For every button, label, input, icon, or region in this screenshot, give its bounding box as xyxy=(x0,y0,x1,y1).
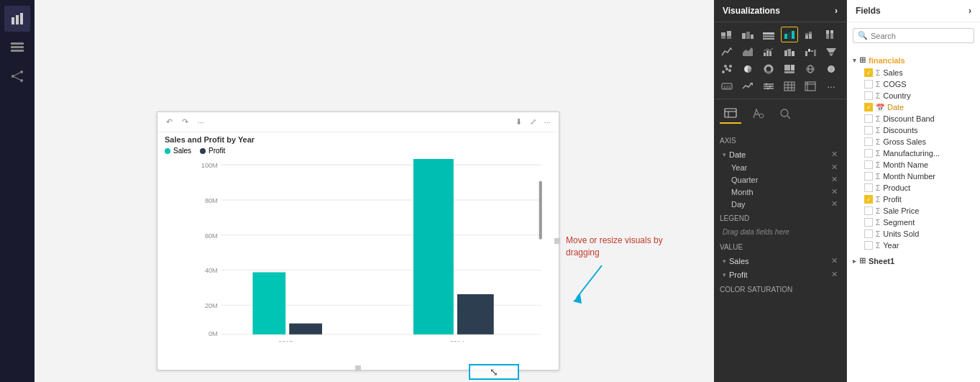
viz-ribbon[interactable] xyxy=(781,44,798,60)
field-row-profit[interactable]: ΣProfit xyxy=(847,194,980,205)
viz-matrix[interactable] xyxy=(802,78,819,94)
value-profit-remove[interactable]: ✕ xyxy=(831,270,838,279)
checkbox-month-name[interactable] xyxy=(864,160,873,169)
field-row-discount-band[interactable]: ΣDiscount Band xyxy=(847,113,980,124)
date-year-remove[interactable]: ✕ xyxy=(831,163,838,172)
viz-funnel[interactable] xyxy=(823,44,840,60)
checkbox-discount-band[interactable] xyxy=(864,114,873,123)
viz-line-col[interactable] xyxy=(760,44,777,60)
viz-donut[interactable] xyxy=(760,61,777,77)
date-month-remove[interactable]: ✕ xyxy=(831,187,838,196)
checkbox-product[interactable] xyxy=(864,183,873,192)
fields-panel-expand[interactable]: › xyxy=(968,6,971,16)
viz-format-tab[interactable] xyxy=(747,104,769,124)
chart-focus-icon[interactable]: ⬇ xyxy=(513,117,524,128)
field-row-month-number[interactable]: ΣMonth Number xyxy=(847,170,980,182)
viz-stacked-col[interactable] xyxy=(802,27,819,42)
checkbox-year[interactable] xyxy=(864,241,873,250)
field-row-product[interactable]: ΣProduct xyxy=(847,182,980,194)
checkbox-segment[interactable] xyxy=(864,218,873,227)
field-name-label: Segment xyxy=(883,218,974,227)
viz-clustered-bar[interactable] xyxy=(739,27,756,42)
chart-visual[interactable]: ↶ ↷ ··· ⬇ ⤢ ··· Sales and Profit by Year… xyxy=(157,112,559,370)
viz-clustered-col[interactable] xyxy=(781,27,798,42)
viz-slicer[interactable] xyxy=(760,78,777,94)
fields-search-input[interactable] xyxy=(871,32,970,40)
field-row-discounts[interactable]: ΣDiscounts xyxy=(847,124,980,136)
viz-more[interactable]: ··· xyxy=(823,78,840,94)
chart-expand-icon[interactable]: ⤢ xyxy=(527,117,539,128)
date-day-remove[interactable]: ✕ xyxy=(831,199,838,209)
viz-area[interactable] xyxy=(739,44,756,60)
date-quarter-remove[interactable]: ✕ xyxy=(831,175,838,184)
checkbox-discounts[interactable] xyxy=(864,126,873,135)
checkbox-units-sold[interactable] xyxy=(864,229,873,238)
field-type-icon: Σ xyxy=(876,230,880,238)
resize-selection-box[interactable]: ⤡ xyxy=(469,364,519,380)
sidebar-report-icon[interactable] xyxy=(4,6,30,32)
checkbox-country[interactable] xyxy=(864,91,873,100)
field-row-cogs[interactable]: ΣCOGS xyxy=(847,78,980,90)
viz-100pct-bar[interactable] xyxy=(760,27,777,42)
viz-table[interactable] xyxy=(781,78,798,94)
checkbox-profit[interactable] xyxy=(864,195,873,204)
viz-fields-tab[interactable] xyxy=(720,104,741,124)
svg-rect-32 xyxy=(721,32,725,36)
viz-card[interactable]: 123 xyxy=(718,78,736,94)
svg-rect-5 xyxy=(11,50,24,52)
checkbox-date[interactable] xyxy=(864,103,873,112)
svg-rect-77 xyxy=(784,71,794,73)
viz-panel-expand[interactable]: › xyxy=(835,6,838,16)
checkbox-gross-sales[interactable] xyxy=(864,137,873,146)
viz-filled-map[interactable] xyxy=(823,61,840,77)
viz-line[interactable] xyxy=(718,44,736,60)
checkbox-sale-price[interactable] xyxy=(864,206,873,215)
sidebar-model-icon[interactable] xyxy=(4,63,30,89)
svg-text:123: 123 xyxy=(723,85,731,89)
field-row-gross-sales[interactable]: ΣGross Sales xyxy=(847,136,980,147)
chart-back-icon[interactable]: ↶ xyxy=(163,117,175,128)
fields-group-financials-header[interactable]: ▾ ⊞ financials xyxy=(847,53,980,67)
field-row-country[interactable]: ΣCountry xyxy=(847,90,980,101)
viz-treemap[interactable] xyxy=(781,61,798,77)
chart-more-icon[interactable]: ··· xyxy=(195,117,206,128)
field-row-segment[interactable]: ΣSegment xyxy=(847,217,980,228)
field-row-date[interactable]: 📅Date xyxy=(847,101,980,113)
right-resize-handle[interactable] xyxy=(554,238,560,244)
axis-date-remove[interactable]: ✕ xyxy=(831,150,838,159)
field-row-manufacturing...[interactable]: ΣManufacturing... xyxy=(847,147,980,159)
value-sales-field[interactable]: ▾ Sales ✕ xyxy=(720,254,841,268)
value-profit-field[interactable]: ▾ Profit ✕ xyxy=(720,268,841,281)
chart-toolbar: ↶ ↷ ··· ⬇ ⤢ ··· xyxy=(157,112,559,132)
fields-search-box[interactable]: 🔍 xyxy=(853,28,974,43)
svg-rect-33 xyxy=(721,36,725,39)
checkbox-month-number[interactable] xyxy=(864,172,873,181)
axis-date-field[interactable]: ▾ Date ✕ xyxy=(720,147,841,161)
viz-waterfall[interactable] xyxy=(802,44,819,60)
fields-group-sheet1-header[interactable]: ▸ ⊞ Sheet1 xyxy=(847,254,980,268)
checkbox-sales[interactable] xyxy=(864,68,873,77)
value-sales-remove[interactable]: ✕ xyxy=(831,256,838,265)
left-sidebar xyxy=(0,0,35,382)
field-row-sale-price[interactable]: ΣSale Price xyxy=(847,205,980,217)
sidebar-data-icon[interactable] xyxy=(4,35,30,60)
viz-kpi[interactable] xyxy=(739,78,756,94)
field-row-month-name[interactable]: ΣMonth Name xyxy=(847,159,980,170)
viz-scatter[interactable] xyxy=(718,61,736,77)
viz-pie[interactable] xyxy=(739,61,756,77)
viz-map[interactable] xyxy=(802,61,819,77)
chart-ellipsis-icon[interactable]: ··· xyxy=(541,117,553,128)
viz-stacked-bar[interactable] xyxy=(718,27,736,42)
checkbox-cogs[interactable] xyxy=(864,80,873,88)
canvas-area[interactable]: ↶ ↷ ··· ⬇ ⤢ ··· Sales and Profit by Year… xyxy=(35,0,714,382)
field-row-sales[interactable]: ΣSales xyxy=(847,67,980,78)
field-row-year[interactable]: ΣYear xyxy=(847,240,980,251)
svg-point-67 xyxy=(722,71,725,73)
checkbox-manufacturing...[interactable] xyxy=(864,149,873,158)
financials-group-name: financials xyxy=(869,56,905,65)
viz-analytics-tab[interactable] xyxy=(774,104,796,124)
field-row-units-sold[interactable]: ΣUnits Sold xyxy=(847,228,980,240)
viz-100pct-col[interactable] xyxy=(823,27,840,42)
chart-forward-icon[interactable]: ↷ xyxy=(179,117,191,128)
bottom-resize-handle[interactable] xyxy=(355,365,361,371)
